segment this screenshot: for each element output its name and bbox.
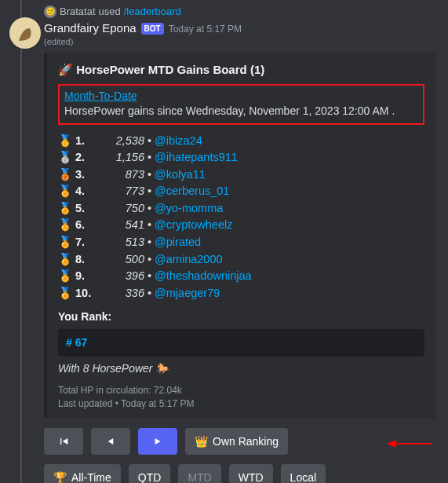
leaderboard-rows: 🥇1.2,538 • @ibiza24🥈2.1,156 • @ihatepant… <box>58 133 424 302</box>
embed-title: 🚀 HorsePower MTD Gains Board (1) <box>58 62 424 78</box>
bot-tag: BOT <box>141 23 164 35</box>
reply-context[interactable]: 🙂 Bratatat used /leaderboard <box>44 5 435 19</box>
rank-number: 7. <box>75 235 93 251</box>
rank-number: 8. <box>75 252 93 268</box>
points: 873 <box>96 167 144 183</box>
trophy-icon: 🏆 <box>53 471 67 483</box>
user-mention[interactable]: @kolya11 <box>155 167 206 183</box>
points: 541 <box>96 218 144 233</box>
points: 2,538 <box>96 134 144 149</box>
user-mention[interactable]: @cryptowheelz <box>155 218 232 233</box>
rank-number: 2. <box>75 150 93 166</box>
user-mention[interactable]: @theshadowninjaa <box>155 269 252 284</box>
user-mention[interactable]: @pirated <box>155 235 201 251</box>
thread-spine <box>20 0 22 483</box>
reply-username[interactable]: Bratatat <box>60 5 96 19</box>
bot-avatar[interactable] <box>9 17 41 49</box>
mtd-button: MTD <box>178 464 220 483</box>
leaderboard-row: 🏅7.513 • @pirated <box>58 234 424 251</box>
user-mention[interactable]: @ihatepants911 <box>155 150 238 166</box>
qtd-button[interactable]: QTD <box>129 464 171 483</box>
prev-icon <box>104 435 117 448</box>
first-button[interactable] <box>44 428 83 455</box>
leaderboard-row: 🥇1.2,538 • @ibiza24 <box>58 133 424 150</box>
slash-command[interactable]: /leaderboard <box>124 5 181 19</box>
points: 773 <box>96 184 144 199</box>
user-mention[interactable]: @ibiza24 <box>155 134 202 149</box>
user-mention[interactable]: @amina2000 <box>155 252 222 268</box>
rank-number: 10. <box>75 286 93 302</box>
points: 513 <box>96 235 144 251</box>
rank-number: 5. <box>75 201 93 217</box>
rank-number: 3. <box>75 167 93 183</box>
rank-number: 9. <box>75 269 93 284</box>
next-button[interactable] <box>138 428 177 455</box>
annotation-arrow <box>387 437 434 450</box>
own-ranking-button[interactable]: 👑Own Ranking <box>185 428 288 455</box>
medal-icon: 🏅 <box>58 218 72 233</box>
highlight-box: Month-To-Date HorsePower gains since Wed… <box>58 84 424 125</box>
points: 396 <box>96 269 144 284</box>
prev-button[interactable] <box>91 428 130 455</box>
with-line: With 8 HorsePower 🐎 <box>58 361 424 376</box>
medal-icon: 🏅 <box>58 269 72 284</box>
mtd-description: HorsePower gains since Wednesday, Novemb… <box>64 104 418 119</box>
medal-icon: 🏅 <box>58 184 72 199</box>
leaderboard-row: 🥈2.1,156 • @ihatepants911 <box>58 149 424 166</box>
user-mention[interactable]: @yo-momma <box>155 201 223 217</box>
svg-marker-1 <box>387 440 396 448</box>
skip-back-icon <box>57 435 70 448</box>
leaderboard-row: 🏅10.336 • @mjaeger79 <box>58 285 424 302</box>
medal-icon: 🥉 <box>58 167 72 183</box>
rocket-icon: 🚀 <box>58 63 73 76</box>
medal-icon: 🏅 <box>58 201 72 217</box>
reply-avatar-icon: 🙂 <box>44 5 56 18</box>
leaderboard-row: 🏅9.396 • @theshadowninjaa <box>58 268 424 285</box>
user-mention[interactable]: @cerberus_01 <box>155 184 229 199</box>
play-icon <box>151 435 164 448</box>
embed-card: 🚀 HorsePower MTD Gains Board (1) Month-T… <box>44 53 435 419</box>
edited-indicator: (edited) <box>44 36 435 48</box>
you-rank-label: You Rank: <box>58 309 424 324</box>
leaderboard-row: 🏅5.750 • @yo-momma <box>58 200 424 218</box>
control-row-1: 👑Own Ranking <box>44 428 435 455</box>
leaderboard-row: 🏅8.500 • @amina2000 <box>58 251 424 269</box>
medal-icon: 🏅 <box>58 286 72 302</box>
rank-number: 1. <box>75 134 93 149</box>
leaderboard-row: 🏅4.773 • @cerberus_01 <box>58 183 424 200</box>
wtd-button[interactable]: WTD <box>229 464 273 483</box>
points: 500 <box>96 252 144 268</box>
leaderboard-row: 🏅6.541 • @cryptowheelz <box>58 217 424 234</box>
message-timestamp: Today at 5:17 PM <box>169 23 242 35</box>
rank-number: 4. <box>75 184 93 199</box>
author-name[interactable]: Grandfairy Epona <box>44 20 137 36</box>
points: 336 <box>96 286 144 302</box>
local-button[interactable]: Local <box>281 464 326 483</box>
embed-footer: Total HP in circulation: 72.04k Last upd… <box>58 384 424 411</box>
crown-icon: 👑 <box>195 435 208 448</box>
points: 750 <box>96 201 144 217</box>
you-rank-value: # 67 <box>58 329 424 357</box>
control-row-2: 🏆All-Time QTD MTD WTD Local <box>44 464 435 483</box>
points: 1,156 <box>96 150 144 166</box>
rank-number: 6. <box>75 218 93 233</box>
mtd-link[interactable]: Month-To-Date <box>64 90 137 102</box>
medal-icon: 🥈 <box>58 150 72 166</box>
user-mention[interactable]: @mjaeger79 <box>155 286 220 302</box>
medal-icon: 🏅 <box>58 235 72 251</box>
reply-verb: used <box>99 5 121 19</box>
all-time-button[interactable]: 🏆All-Time <box>44 464 121 483</box>
medal-icon: 🏅 <box>58 252 72 268</box>
leaderboard-row: 🥉3.873 • @kolya11 <box>58 166 424 184</box>
medal-icon: 🥇 <box>58 134 72 149</box>
